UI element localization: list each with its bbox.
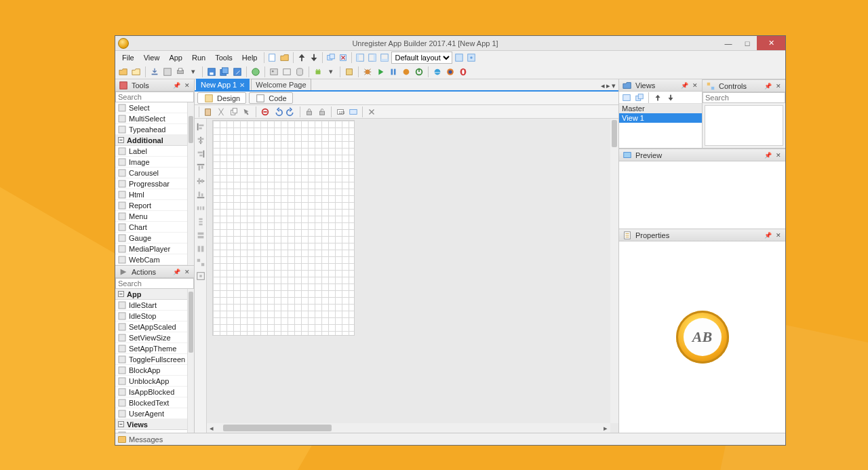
tb2-bug-icon[interactable]: [362, 66, 373, 77]
tb2-opera-icon[interactable]: [458, 66, 469, 77]
toolbar-resetlayout-icon[interactable]: [466, 52, 477, 63]
toolbar-up-icon[interactable]: [296, 52, 307, 63]
views-master-row[interactable]: Master: [619, 104, 702, 113]
pin-icon[interactable]: 📌: [172, 81, 180, 90]
close-icon[interactable]: ✕: [774, 151, 783, 159]
list-item[interactable]: Select: [115, 102, 187, 113]
list-item[interactable]: SetAppTheme: [115, 343, 187, 354]
tabs-menu-icon[interactable]: ▾: [612, 81, 616, 90]
toolbar-down-icon[interactable]: [309, 52, 319, 63]
window-minimize-button[interactable]: —: [719, 36, 738, 50]
toolbar-layout1-icon[interactable]: [355, 52, 366, 63]
tb2-newfolder-icon[interactable]: [118, 66, 129, 77]
menu-file[interactable]: File: [118, 53, 138, 62]
tb2-ie-icon[interactable]: [432, 66, 443, 77]
tb2-disk-icon[interactable]: [162, 66, 173, 77]
tb2-open-icon[interactable]: [131, 66, 142, 77]
tools-search-input[interactable]: [115, 92, 194, 102]
subtab-design[interactable]: Design: [197, 92, 246, 104]
list-item[interactable]: IdleStart: [115, 300, 187, 311]
list-item[interactable]: ToggleFullscreen: [115, 354, 187, 365]
same-height-icon[interactable]: [195, 243, 206, 254]
list-item[interactable]: BlockedText: [115, 397, 187, 408]
tb2-saveall-icon[interactable]: [219, 66, 230, 77]
list-item[interactable]: Html: [115, 189, 187, 200]
list-item[interactable]: Image: [115, 157, 187, 168]
tb2-firefox-icon[interactable]: [445, 66, 456, 77]
toolbar-deleteview-icon[interactable]: [338, 52, 349, 63]
close-icon[interactable]: ✕: [691, 81, 699, 90]
list-item[interactable]: Carousel: [115, 168, 187, 178]
scroll-left-icon[interactable]: ◂: [207, 424, 216, 433]
list-item[interactable]: UnblockApp: [115, 376, 187, 387]
list-item[interactable]: BlockApp: [115, 365, 187, 376]
design-canvas[interactable]: ◂ ▸: [207, 119, 618, 433]
window-maximize-button[interactable]: □: [738, 36, 757, 50]
list-item[interactable]: IdleStop: [115, 311, 187, 321]
align-bottom-icon[interactable]: [195, 189, 206, 200]
toolbar-copyview-icon[interactable]: [326, 52, 336, 63]
list-item[interactable]: ShowView: [115, 430, 187, 433]
tb2-android-dd-icon[interactable]: ▾: [326, 66, 336, 77]
list-category[interactable]: −Additional: [115, 135, 187, 146]
views-up-icon[interactable]: [652, 92, 663, 103]
dt-redo-icon[interactable]: [285, 106, 296, 117]
dt-grid-icon[interactable]: 123: [335, 106, 346, 117]
tabs-prev-icon[interactable]: ◂: [601, 81, 605, 90]
statusbar-messages[interactable]: Messages: [129, 435, 163, 444]
tb2-view-icon[interactable]: [281, 66, 292, 77]
tb2-print-icon[interactable]: [175, 66, 186, 77]
controls-list[interactable]: [705, 105, 783, 146]
align-middle-icon[interactable]: [195, 176, 206, 187]
tabs-next-icon[interactable]: ▸: [606, 81, 610, 90]
list-item[interactable]: Menu: [115, 211, 187, 222]
list-item[interactable]: Typeahead: [115, 124, 187, 135]
menu-help[interactable]: Help: [238, 53, 262, 62]
list-item[interactable]: Progressbar: [115, 178, 187, 189]
properties-panel-header[interactable]: Properties 📌 ✕: [619, 229, 785, 241]
list-item[interactable]: UserAgent: [115, 408, 187, 419]
actions-search-input[interactable]: [115, 278, 194, 289]
tools-panel-header[interactable]: Tools 📌 ✕: [115, 79, 194, 92]
tab-close-icon[interactable]: ✕: [239, 81, 245, 89]
tb2-col-dropdown-icon[interactable]: ▾: [188, 66, 199, 77]
toolbar-new-icon[interactable]: [267, 52, 278, 63]
views-copy-icon[interactable]: [634, 92, 645, 103]
controls-panel-header[interactable]: Controls 📌 ✕: [703, 80, 785, 92]
dt-lock-icon[interactable]: [304, 106, 315, 117]
toolbar-layout3-icon[interactable]: [379, 52, 390, 63]
tb2-image-icon[interactable]: [269, 66, 279, 77]
menu-app[interactable]: App: [165, 53, 186, 62]
titlebar[interactable]: Unregister App Builder 2017.41 [New App …: [115, 36, 785, 51]
menu-run[interactable]: Run: [188, 53, 210, 62]
tb2-saveas-icon[interactable]: [232, 66, 243, 77]
scrollbar[interactable]: [187, 289, 194, 433]
scrollbar[interactable]: [187, 102, 194, 265]
tb2-download-icon[interactable]: [149, 66, 160, 77]
distribute-v-icon[interactable]: [195, 216, 206, 227]
views-panel-header[interactable]: Views 📌 ✕: [619, 79, 702, 92]
messages-icon[interactable]: [118, 436, 126, 443]
view-design-surface[interactable]: [212, 120, 355, 336]
tab-welcome-page[interactable]: Welcome Page: [251, 79, 311, 90]
tb2-play-icon[interactable]: [375, 66, 386, 77]
list-item[interactable]: WebCam: [115, 254, 187, 265]
align-top-icon[interactable]: [195, 162, 206, 173]
canvas-vscrollbar[interactable]: [610, 119, 618, 423]
pin-icon[interactable]: 📌: [764, 82, 772, 90]
toolbar-savelayout-icon[interactable]: [454, 52, 465, 63]
list-category[interactable]: −App: [115, 289, 187, 300]
pin-icon[interactable]: 📌: [764, 151, 772, 159]
tb2-android-icon[interactable]: [313, 66, 323, 77]
list-item[interactable]: MultiSelect: [115, 113, 187, 124]
distribute-h-icon[interactable]: [195, 203, 206, 214]
tb2-power-icon[interactable]: [414, 66, 425, 77]
dt-cut-icon[interactable]: [216, 106, 226, 117]
close-icon[interactable]: ✕: [774, 82, 783, 90]
layout-select[interactable]: Default layout: [391, 52, 452, 64]
close-icon[interactable]: ✕: [183, 268, 191, 276]
list-item[interactable]: Label: [115, 146, 187, 157]
tb2-db-icon[interactable]: [294, 66, 305, 77]
views-down-icon[interactable]: [665, 92, 676, 103]
dt-delete-icon[interactable]: [260, 106, 271, 117]
